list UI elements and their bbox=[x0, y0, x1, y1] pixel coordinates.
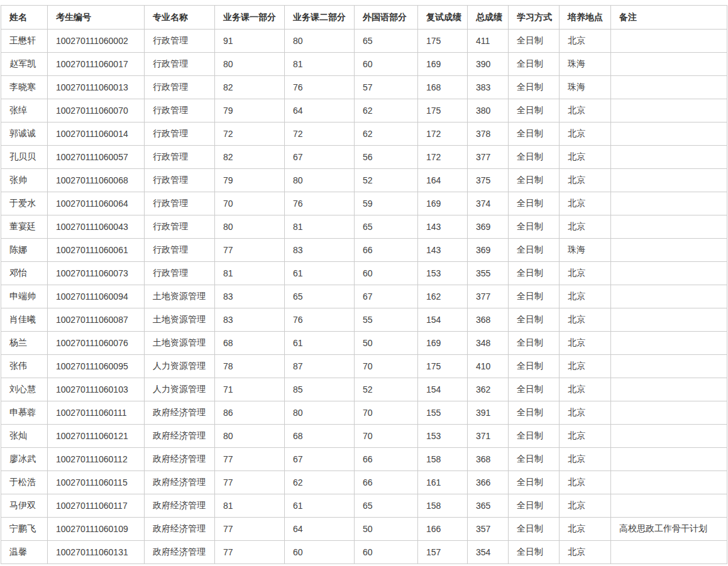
table-cell-study_mode: 全日制 bbox=[509, 122, 560, 146]
table-cell-course1: 82 bbox=[215, 76, 285, 99]
table-cell-remark bbox=[611, 192, 727, 215]
column-header-candidate_id: 考生编号 bbox=[48, 6, 145, 30]
table-row: 孔贝贝100270111060057行政管理826756172377全日制北京 bbox=[1, 146, 727, 169]
table-cell-retest_score: 162 bbox=[418, 285, 468, 308]
table-cell-campus: 北京 bbox=[560, 308, 611, 332]
table-cell-candidate_id: 100270111060061 bbox=[48, 239, 145, 262]
table-cell-candidate_id: 100270111060103 bbox=[48, 378, 145, 401]
table-cell-course2: 68 bbox=[285, 425, 355, 448]
table-cell-study_mode: 全日制 bbox=[509, 30, 560, 53]
table-cell-study_mode: 全日制 bbox=[509, 425, 560, 448]
table-cell-remark bbox=[611, 401, 727, 425]
table-cell-campus: 珠海 bbox=[560, 53, 611, 76]
table-cell-remark bbox=[611, 215, 727, 239]
table-cell-candidate_id: 100270111060043 bbox=[48, 215, 145, 239]
table-cell-remark bbox=[611, 146, 727, 169]
table-cell-retest_score: 158 bbox=[418, 448, 468, 471]
table-cell-course2: 76 bbox=[285, 308, 355, 332]
table-cell-major: 土地资源管理 bbox=[145, 308, 215, 332]
table-cell-major: 政府经济管理 bbox=[145, 471, 215, 494]
table-cell-major: 政府经济管理 bbox=[145, 425, 215, 448]
table-cell-total_score: 383 bbox=[468, 76, 509, 99]
table-cell-foreign_language: 60 bbox=[355, 53, 418, 76]
table-cell-candidate_id: 100270111060117 bbox=[48, 494, 145, 518]
table-cell-remark bbox=[611, 53, 727, 76]
table-cell-retest_score: 169 bbox=[418, 53, 468, 76]
table-cell-campus: 珠海 bbox=[560, 239, 611, 262]
table-cell-remark bbox=[611, 448, 727, 471]
table-cell-course2: 83 bbox=[285, 239, 355, 262]
table-cell-total_score: 378 bbox=[468, 122, 509, 146]
table-cell-candidate_id: 100270111060111 bbox=[48, 401, 145, 425]
table-cell-name: 温馨 bbox=[1, 541, 48, 564]
table-row: 张伟100270111060095人力资源管理788770175410全日制北京 bbox=[1, 355, 727, 378]
table-cell-total_score: 368 bbox=[468, 448, 509, 471]
table-cell-foreign_language: 62 bbox=[355, 122, 418, 146]
table-cell-candidate_id: 100270111060002 bbox=[48, 30, 145, 53]
table-cell-name: 陈娜 bbox=[1, 239, 48, 262]
table-cell-course1: 80 bbox=[215, 215, 285, 239]
table-cell-candidate_id: 100270111060064 bbox=[48, 192, 145, 215]
table-cell-remark bbox=[611, 285, 727, 308]
table-cell-course1: 77 bbox=[215, 239, 285, 262]
table-cell-study_mode: 全日制 bbox=[509, 308, 560, 332]
table-cell-course1: 68 bbox=[215, 332, 285, 355]
table-cell-remark bbox=[611, 332, 727, 355]
table-cell-candidate_id: 100270111060087 bbox=[48, 308, 145, 332]
table-cell-foreign_language: 60 bbox=[355, 541, 418, 564]
table-cell-total_score: 380 bbox=[468, 99, 509, 122]
table-cell-remark bbox=[611, 262, 727, 285]
table-cell-foreign_language: 52 bbox=[355, 378, 418, 401]
table-cell-course1: 91 bbox=[215, 30, 285, 53]
table-row: 刘心慧100270111060103人力资源管理718552154362全日制北… bbox=[1, 378, 727, 401]
table-cell-study_mode: 全日制 bbox=[509, 215, 560, 239]
table-cell-name: 廖冰武 bbox=[1, 448, 48, 471]
table-cell-major: 土地资源管理 bbox=[145, 332, 215, 355]
table-cell-total_score: 366 bbox=[468, 471, 509, 494]
table-cell-candidate_id: 100270111060057 bbox=[48, 146, 145, 169]
table-cell-study_mode: 全日制 bbox=[509, 99, 560, 122]
table-cell-total_score: 377 bbox=[468, 146, 509, 169]
table-cell-study_mode: 全日制 bbox=[509, 494, 560, 518]
table-cell-major: 政府经济管理 bbox=[145, 401, 215, 425]
table-cell-candidate_id: 100270111060094 bbox=[48, 285, 145, 308]
table-cell-retest_score: 153 bbox=[418, 425, 468, 448]
table-cell-total_score: 368 bbox=[468, 308, 509, 332]
table-cell-remark bbox=[611, 378, 727, 401]
table-cell-name: 邓怡 bbox=[1, 262, 48, 285]
table-cell-course2: 64 bbox=[285, 99, 355, 122]
table-row: 董宴廷100270111060043行政管理808165143369全日制北京 bbox=[1, 215, 727, 239]
table-cell-name: 董宴廷 bbox=[1, 215, 48, 239]
table-cell-candidate_id: 100270111060076 bbox=[48, 332, 145, 355]
table-cell-study_mode: 全日制 bbox=[509, 146, 560, 169]
table-cell-candidate_id: 100270111060068 bbox=[48, 169, 145, 192]
table-row: 张绰100270111060070行政管理796462175380全日制北京 bbox=[1, 99, 727, 122]
table-cell-course2: 81 bbox=[285, 53, 355, 76]
table-cell-retest_score: 158 bbox=[418, 494, 468, 518]
table-cell-course2: 80 bbox=[285, 169, 355, 192]
table-cell-foreign_language: 70 bbox=[355, 401, 418, 425]
table-cell-total_score: 354 bbox=[468, 541, 509, 564]
table-cell-name: 刘心慧 bbox=[1, 378, 48, 401]
table-cell-candidate_id: 100270111060095 bbox=[48, 355, 145, 378]
table-cell-candidate_id: 100270111060014 bbox=[48, 122, 145, 146]
table-cell-campus: 北京 bbox=[560, 192, 611, 215]
table-cell-name: 申端帅 bbox=[1, 285, 48, 308]
table-cell-study_mode: 全日制 bbox=[509, 192, 560, 215]
table-cell-remark bbox=[611, 30, 727, 53]
table-cell-total_score: 357 bbox=[468, 518, 509, 541]
table-row: 肖佳曦100270111060087土地资源管理837655154368全日制北… bbox=[1, 308, 727, 332]
table-cell-campus: 北京 bbox=[560, 122, 611, 146]
table-cell-study_mode: 全日制 bbox=[509, 76, 560, 99]
table-cell-foreign_language: 66 bbox=[355, 471, 418, 494]
table-cell-course2: 67 bbox=[285, 146, 355, 169]
table-cell-course1: 77 bbox=[215, 541, 285, 564]
table-cell-candidate_id: 100270111060073 bbox=[48, 262, 145, 285]
table-cell-course1: 79 bbox=[215, 169, 285, 192]
table-cell-retest_score: 164 bbox=[418, 169, 468, 192]
table-cell-course2: 65 bbox=[285, 285, 355, 308]
table-row: 申慕蓉100270111060111政府经济管理868070155391全日制北… bbox=[1, 401, 727, 425]
table-cell-retest_score: 157 bbox=[418, 541, 468, 564]
table-cell-campus: 北京 bbox=[560, 494, 611, 518]
table-cell-course1: 82 bbox=[215, 146, 285, 169]
